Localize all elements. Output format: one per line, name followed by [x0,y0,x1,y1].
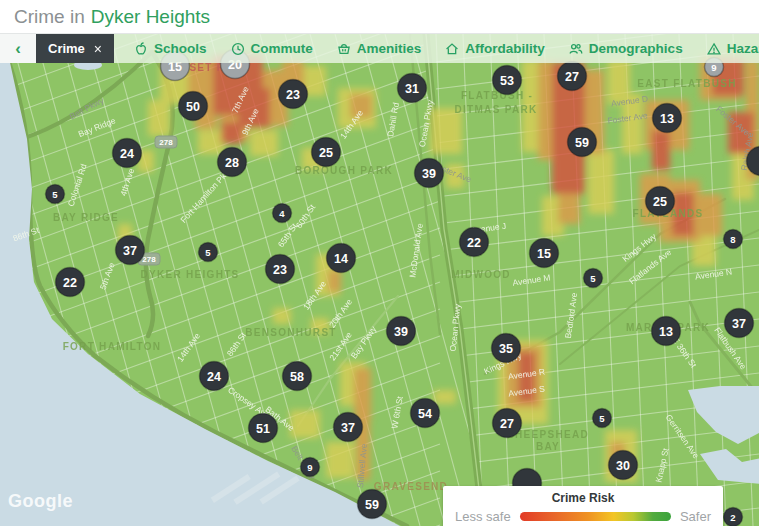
tab-hazards[interactable]: Hazards [695,34,759,63]
crime-marker[interactable]: 54 [411,399,440,428]
people-icon [569,42,583,56]
crime-marker[interactable]: 8 [724,230,743,249]
crime-marker[interactable]: 5 [199,243,218,262]
crime-marker[interactable]: 37 [725,309,754,338]
crime-marker[interactable]: 14 [327,244,356,273]
page-title-location: Dyker Heights [91,6,210,28]
crime-marker[interactable]: 23 [266,255,295,284]
map-canvas[interactable]: 278278 Belt PkwyBay RidgeColonial Rd4th … [0,34,759,526]
crime-marker[interactable]: 51 [249,414,278,443]
crime-marker[interactable]: 22 [460,228,489,257]
back-button[interactable]: ‹ [0,34,36,63]
svg-text:53: 53 [500,74,514,88]
google-logo: Google [8,491,73,512]
svg-text:58: 58 [290,370,304,384]
svg-text:51: 51 [256,422,270,436]
svg-text:5: 5 [599,413,605,424]
crime-marker[interactable]: 2 [724,508,743,526]
area-label: FORT HAMILTON [63,341,162,352]
crime-marker[interactable]: 5 [584,269,603,288]
crime-marker[interactable]: 58 [283,362,312,391]
crime-marker[interactable]: 35 [492,334,521,363]
area-label: DITMAS PARK [454,104,537,115]
svg-text:39: 39 [394,325,408,339]
crime-marker[interactable]: 30 [609,451,638,480]
area-label: EAST FLATBUSH [637,78,737,89]
area-label: BAY [536,441,560,452]
tab-amenities[interactable]: Amenities [325,34,434,63]
crime-marker[interactable]: 25 [312,138,341,167]
close-icon[interactable]: × [94,41,102,57]
area-label: GRAVESEND [374,481,448,492]
svg-text:2: 2 [730,512,735,523]
crime-marker[interactable]: 5 [46,185,65,204]
svg-text:13: 13 [659,325,673,339]
svg-text:39: 39 [422,167,436,181]
legend-less-safe-label: Less safe [455,509,511,524]
crime-marker[interactable]: 24 [200,362,229,391]
area-label: BAY RIDGE [53,212,119,223]
crime-marker[interactable]: 53 [493,66,522,95]
clock-icon [231,42,245,56]
crime-marker[interactable]: 24 [113,139,142,168]
crime-marker[interactable]: 23 [279,80,308,109]
svg-text:37: 37 [732,317,746,331]
crime-marker[interactable]: 22 [56,268,85,297]
svg-text:14: 14 [334,252,348,266]
crime-marker[interactable]: 37 [116,236,145,265]
crime-marker[interactable]: 27 [493,409,522,438]
svg-text:37: 37 [123,244,137,258]
crime-marker[interactable]: 27 [558,62,587,91]
crime-marker[interactable]: 13 [652,317,681,346]
apple-icon [134,42,148,56]
crime-marker[interactable]: 15 [530,239,559,268]
svg-text:24: 24 [207,370,221,384]
house-icon [445,42,459,56]
svg-text:28: 28 [225,156,239,170]
svg-text:59: 59 [365,498,379,512]
tab-commute[interactable]: Commute [219,34,325,63]
crime-marker[interactable]: 4 [273,204,292,223]
crime-marker[interactable]: 5 [593,409,612,428]
tab-schools[interactable]: Schools [122,34,219,63]
tab-demographics[interactable]: Demographics [557,34,695,63]
svg-text:9: 9 [307,462,312,473]
warning-icon [707,42,721,56]
crime-marker[interactable]: 59 [568,128,597,157]
svg-text:27: 27 [565,70,579,84]
crime-map-screen: Crime in Dyker Heights ‹ Crime × Schools… [0,0,759,526]
svg-text:30: 30 [616,459,630,473]
header: Crime in Dyker Heights [0,0,759,34]
tab-crime-active[interactable]: Crime × [36,34,114,63]
highway-shield-278: 278 [155,136,177,148]
svg-text:35: 35 [499,342,513,356]
area-label: BOROUGH PARK [295,165,393,176]
svg-text:8: 8 [730,234,735,245]
svg-text:59: 59 [575,136,589,150]
tab-strip: SchoolsCommuteAmenitiesAffordabilityDemo… [114,34,759,63]
svg-text:31: 31 [405,82,419,96]
svg-text:5: 5 [52,189,58,200]
crime-marker[interactable]: 59 [358,490,387,519]
crime-marker[interactable]: 31 [398,74,427,103]
tab-bar: ‹ Crime × SchoolsCommuteAmenitiesAfforda… [0,34,759,63]
svg-text:23: 23 [286,88,300,102]
legend-safer-label: Safer [680,509,711,524]
crime-marker[interactable]: 13 [653,104,682,133]
svg-text:5: 5 [205,247,211,258]
crime-marker[interactable]: 39 [415,159,444,188]
crime-marker[interactable]: 25 [646,187,675,216]
svg-text:9: 9 [711,62,716,73]
crime-marker[interactable]: 28 [218,148,247,177]
crime-marker[interactable]: 50 [179,92,208,121]
page-title-prefix: Crime in [14,6,85,28]
svg-text:54: 54 [418,407,432,421]
crime-marker[interactable]: 37 [334,413,363,442]
tab-affordability[interactable]: Affordability [433,34,557,63]
crime-marker[interactable]: 39 [387,317,416,346]
basket-icon [337,42,351,56]
chevron-left-icon: ‹ [15,39,21,59]
crime-marker[interactable]: 9 [301,458,320,477]
legend-gradient-bar [520,512,671,521]
svg-text:4: 4 [279,208,285,219]
